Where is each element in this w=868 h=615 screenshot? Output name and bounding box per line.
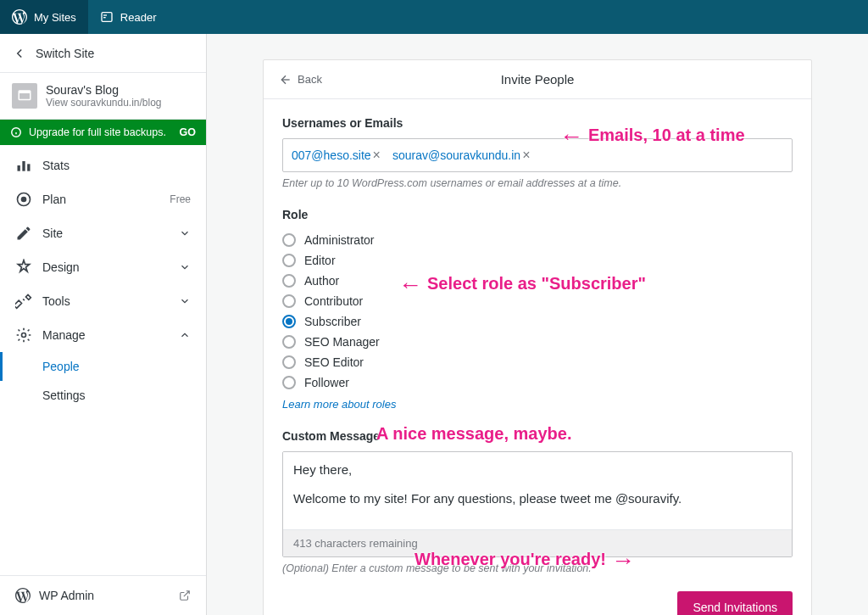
arrow-left-icon	[279, 73, 292, 87]
role-option-contributor[interactable]: Contributor	[282, 291, 793, 311]
svg-rect-9	[22, 161, 25, 171]
email-token: 007@heso.site×	[292, 148, 381, 163]
role-option-label: Administrator	[304, 233, 374, 247]
usernames-label: Usernames or Emails	[282, 116, 793, 130]
nav-manage[interactable]: Manage	[0, 318, 206, 352]
message-hint: (Optional) Enter a custom message to be …	[282, 562, 793, 574]
nav-design-label: Design	[42, 260, 80, 274]
upgrade-go: GO	[180, 126, 196, 138]
reader-icon	[100, 10, 114, 24]
topbar-reader[interactable]: Reader	[88, 0, 169, 34]
custom-message-textarea[interactable]	[283, 452, 792, 527]
nav-plan-meta: Free	[170, 193, 191, 205]
plan-icon	[15, 191, 32, 208]
role-option-label: Subscriber	[304, 315, 361, 328]
chevron-down-icon	[179, 227, 191, 239]
back-button[interactable]: Back	[279, 73, 322, 87]
wp-admin-label: WP Admin	[39, 589, 94, 602]
svg-rect-8	[18, 165, 20, 171]
nav-site-label: Site	[42, 226, 63, 240]
wp-admin-link[interactable]: WP Admin	[0, 575, 206, 615]
site-name: Sourav's Blog	[46, 83, 162, 97]
role-option-administrator[interactable]: Administrator	[282, 230, 793, 250]
upgrade-banner[interactable]: Upgrade for full site backups. GO	[0, 120, 206, 145]
usernames-hint: Enter up to 10 WordPress.com usernames o…	[282, 177, 793, 189]
wordpress-logo-icon	[15, 588, 31, 603]
nav-stats[interactable]: Stats	[0, 148, 206, 182]
topbar: My Sites Reader	[0, 0, 868, 34]
learn-more-roles-link[interactable]: Learn more about roles	[282, 398, 396, 411]
external-link-icon	[179, 590, 191, 601]
topbar-reader-label: Reader	[120, 11, 157, 24]
nav-manage-label: Manage	[42, 328, 86, 342]
radio-icon	[282, 355, 296, 369]
nav-tools[interactable]: Tools	[0, 284, 206, 318]
role-option-label: Editor	[304, 254, 336, 267]
design-icon	[15, 259, 32, 276]
role-option-label: SEO Manager	[304, 335, 380, 349]
radio-icon	[282, 315, 296, 328]
topbar-my-sites[interactable]: My Sites	[0, 0, 88, 34]
radio-icon	[282, 376, 296, 389]
usernames-input[interactable]: 007@heso.site×sourav@souravkundu.in×	[282, 138, 793, 172]
switch-site-label: Switch Site	[36, 47, 94, 60]
svg-rect-10	[27, 164, 30, 171]
role-option-seo-editor[interactable]: SEO Editor	[282, 352, 793, 372]
site-icon	[12, 83, 37, 109]
role-option-subscriber[interactable]: Subscriber	[282, 311, 793, 332]
role-option-label: Follower	[304, 376, 349, 389]
char-remaining: 413 characters remaining	[283, 529, 792, 556]
gear-icon	[15, 327, 32, 344]
nav-plan-label: Plan	[42, 193, 66, 206]
role-option-label: SEO Editor	[304, 355, 364, 369]
chevron-up-icon	[179, 329, 191, 341]
invite-card: Back Invite People Usernames or Emails 0…	[263, 59, 812, 615]
main-content: Back Invite People Usernames or Emails 0…	[207, 34, 868, 615]
chevron-down-icon	[179, 295, 191, 307]
radio-icon	[282, 274, 296, 288]
role-option-follower[interactable]: Follower	[282, 372, 793, 393]
nav-stats-label: Stats	[42, 159, 70, 172]
svg-point-13	[22, 333, 26, 338]
role-label: Role	[282, 208, 793, 221]
nav-settings[interactable]: Settings	[0, 381, 206, 410]
role-option-seo-manager[interactable]: SEO Manager	[282, 332, 793, 352]
wordpress-logo-icon	[12, 9, 27, 25]
send-invitations-button[interactable]: Send Invitations	[677, 591, 793, 615]
svg-rect-1	[103, 14, 107, 15]
remove-token-icon[interactable]: ×	[373, 148, 381, 163]
nav-people[interactable]: People	[0, 352, 206, 381]
pencil-icon	[15, 225, 32, 242]
nav-site[interactable]: Site	[0, 216, 206, 250]
sidebar: Switch Site Sourav's Blog View souravkun…	[0, 34, 207, 615]
svg-rect-4	[19, 91, 31, 93]
site-card[interactable]: Sourav's Blog View souravkundu.in/blog	[0, 73, 206, 120]
svg-rect-0	[102, 13, 112, 22]
role-list: AdministratorEditorAuthorContributorSubs…	[282, 230, 793, 393]
remove-token-icon[interactable]: ×	[522, 148, 530, 163]
email-token: sourav@souravkundu.in×	[392, 148, 531, 163]
card-header: Back Invite People	[264, 60, 811, 99]
topbar-my-sites-label: My Sites	[34, 11, 76, 24]
stats-icon	[15, 157, 32, 174]
svg-rect-2	[103, 17, 106, 18]
radio-icon	[282, 233, 296, 247]
role-option-label: Contributor	[304, 294, 363, 308]
nav-tools-label: Tools	[42, 294, 70, 308]
svg-point-12	[21, 197, 27, 203]
nav-plan[interactable]: Plan Free	[0, 182, 206, 216]
switch-site-link[interactable]: Switch Site	[0, 34, 206, 73]
radio-icon	[282, 335, 296, 349]
role-option-author[interactable]: Author	[282, 271, 793, 291]
chevron-left-icon	[12, 46, 27, 61]
nav-design[interactable]: Design	[0, 250, 206, 284]
info-icon	[10, 126, 22, 138]
role-option-editor[interactable]: Editor	[282, 250, 793, 271]
message-label: Custom Message	[282, 429, 793, 443]
site-url: View souravkundu.in/blog	[46, 97, 162, 109]
radio-icon	[282, 294, 296, 308]
radio-icon	[282, 254, 296, 267]
back-label: Back	[298, 73, 322, 86]
upgrade-text: Upgrade for full site backups.	[29, 126, 166, 138]
role-option-label: Author	[304, 274, 339, 288]
